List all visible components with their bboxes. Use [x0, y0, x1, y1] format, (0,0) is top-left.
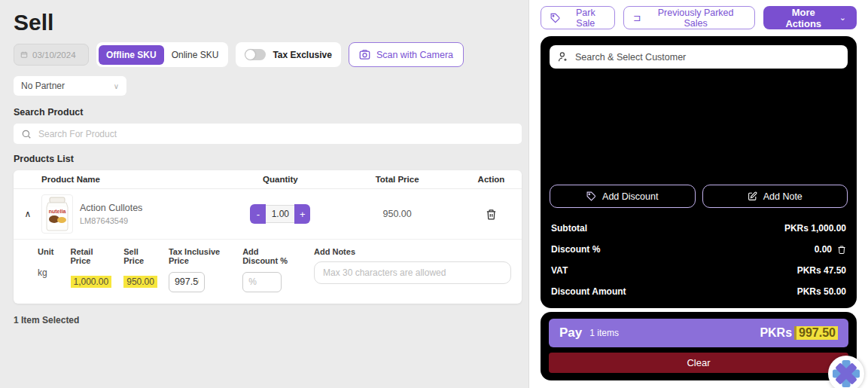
tax-exclusive-toggle[interactable]: [245, 49, 266, 60]
retail-price-field: Retail Price 1,000.00: [71, 247, 112, 292]
product-name-cell: ∧ nutella Action Cullotes LM: [14, 194, 227, 234]
support-widget-button[interactable]: [828, 356, 864, 388]
sale-date-input[interactable]: [32, 50, 82, 60]
discount-amount-value: PKRs 50.00: [797, 286, 846, 297]
previously-parked-sales-label: Previously Parked Sales: [647, 8, 745, 29]
vat-value: PKRs 47.50: [797, 265, 846, 276]
previously-parked-sales-button[interactable]: ⊐ Previously Parked Sales: [623, 6, 755, 29]
tax-inclusive-price-input[interactable]: [169, 272, 205, 292]
sell-price-label: Sell Price: [123, 247, 157, 265]
add-discount-input[interactable]: [242, 272, 282, 292]
sku-toggle-group: Offline SKU Online SKU: [96, 42, 228, 67]
product-name: Action Cullotes: [80, 203, 142, 213]
quantity-cell: - 1.00 +: [227, 204, 334, 224]
quantity-increase-button[interactable]: +: [294, 204, 310, 224]
column-action: Action: [461, 175, 522, 184]
total-price-cell: 950.00: [333, 209, 461, 219]
column-total-price: Total Price: [333, 175, 461, 184]
more-actions-button[interactable]: More Actions ⌄: [763, 6, 857, 29]
calendar-icon: [20, 50, 28, 60]
products-list-label: Products List: [14, 154, 521, 164]
search-product-label: Search Product: [14, 107, 521, 118]
product-search-box: [14, 124, 522, 144]
discount-amount-label: Discount Amount: [551, 286, 626, 297]
product-search-input[interactable]: [38, 129, 514, 139]
customer-search-input[interactable]: [575, 52, 840, 63]
column-product-name: Product Name: [14, 175, 227, 184]
add-note-button[interactable]: Add Note: [702, 185, 848, 208]
cart-topbar: Park Sale ⊐ Previously Parked Sales More…: [541, 6, 857, 29]
items-selected-count: 1 Item Selected: [14, 315, 521, 325]
tax-inclusive-price-field: Tax Inclusive Price: [169, 247, 229, 292]
quantity-stepper: - 1.00 +: [250, 204, 310, 224]
trash-icon: [486, 208, 497, 221]
tax-exclusive-label: Tax Exclusive: [273, 50, 332, 60]
pay-amount: PKRs 997.50: [760, 326, 838, 340]
svg-text:nutella: nutella: [49, 209, 66, 214]
retail-price-value: 1,000.00: [71, 276, 112, 288]
products-table-header: Product Name Quantity Total Price Action: [14, 170, 522, 189]
customer-search-box: [550, 45, 848, 69]
pay-amount-value: 997.50: [794, 326, 838, 340]
parked-sales-icon: ⊐: [633, 12, 641, 23]
chevron-down-icon: ∨: [114, 82, 119, 90]
camera-icon: [359, 49, 370, 60]
clear-button[interactable]: Clear: [549, 353, 848, 373]
tax-exclusive-control: Tax Exclusive: [236, 42, 341, 67]
pay-currency: PKRs: [760, 326, 792, 340]
product-jar-graphic: nutella: [44, 197, 70, 231]
cart-section: Park Sale ⊐ Previously Parked Sales More…: [529, 0, 868, 388]
add-notes-label: Add Notes: [314, 247, 511, 256]
trash-icon[interactable]: [837, 245, 846, 255]
product-sku: LM87643549: [80, 216, 142, 225]
table-row: ∧ nutella Action Cullotes LM: [14, 189, 522, 239]
product-image: nutella: [41, 194, 73, 234]
discount-percent-label: Discount %: [551, 244, 600, 255]
partner-select[interactable]: No Partner ∨: [14, 76, 126, 96]
pos-app: Sell Offline SKU Online SKU Tax Exclusiv…: [0, 0, 868, 388]
search-icon: [21, 129, 32, 139]
quantity-value[interactable]: 1.00: [266, 205, 294, 223]
subtotal-value: PKRs 1,000.00: [784, 223, 846, 234]
cart-actions: Add Discount Add Note: [550, 185, 848, 208]
park-sale-button[interactable]: Park Sale: [541, 6, 615, 29]
product-name-block: Action Cullotes LM87643549: [80, 203, 142, 225]
add-discount-field: Add Discount %: [242, 247, 294, 292]
products-table: Product Name Quantity Total Price Action…: [14, 170, 522, 304]
collapse-row-icon[interactable]: ∧: [21, 209, 35, 219]
pay-button[interactable]: Pay 1 items PKRs 997.50: [549, 319, 848, 347]
discount-percent-row: Discount % 0.00: [550, 239, 848, 260]
unit-field: Unit kg: [38, 247, 56, 292]
discount-percent-value: 0.00: [815, 244, 832, 255]
retail-price-label: Retail Price: [71, 247, 112, 265]
add-discount-button[interactable]: Add Discount: [550, 185, 696, 208]
asterisk-star-icon: [831, 359, 861, 388]
partner-select-value: No Partner: [21, 81, 65, 91]
add-notes-field: Add Notes: [314, 247, 511, 292]
offline-sku-tab[interactable]: Offline SKU: [99, 45, 164, 65]
add-notes-input[interactable]: [314, 261, 511, 284]
vat-label: VAT: [551, 265, 568, 276]
scan-with-camera-label: Scan with Camera: [376, 50, 453, 60]
edit-note-icon: [748, 191, 757, 201]
sell-section: Sell Offline SKU Online SKU Tax Exclusiv…: [0, 0, 529, 388]
sale-date-field[interactable]: [14, 44, 89, 66]
cart-panel: Add Discount Add Note Subtotal PKRs 1,00…: [541, 36, 857, 308]
scan-with-camera-button[interactable]: Scan with Camera: [349, 42, 464, 67]
subtotal-label: Subtotal: [551, 223, 587, 234]
cart-empty-area: [550, 69, 848, 185]
tag-icon: [586, 191, 596, 201]
unit-value: kg: [38, 262, 56, 283]
discount-amount-row: Discount Amount PKRs 50.00: [550, 281, 848, 302]
sell-price-field: Sell Price 950.00: [123, 247, 157, 292]
park-sale-label: Park Sale: [566, 8, 606, 29]
quantity-decrease-button[interactable]: -: [250, 204, 266, 224]
product-detail-row: Unit kg Retail Price 1,000.00 Sell Price…: [14, 239, 522, 304]
action-cell: [461, 208, 522, 221]
online-sku-tab[interactable]: Online SKU: [164, 45, 227, 65]
pay-label: Pay: [559, 325, 582, 341]
pay-items-count: 1 items: [589, 328, 619, 338]
delete-row-button[interactable]: [486, 208, 497, 221]
column-quantity: Quantity: [227, 175, 334, 184]
person-plus-icon: [557, 51, 568, 63]
